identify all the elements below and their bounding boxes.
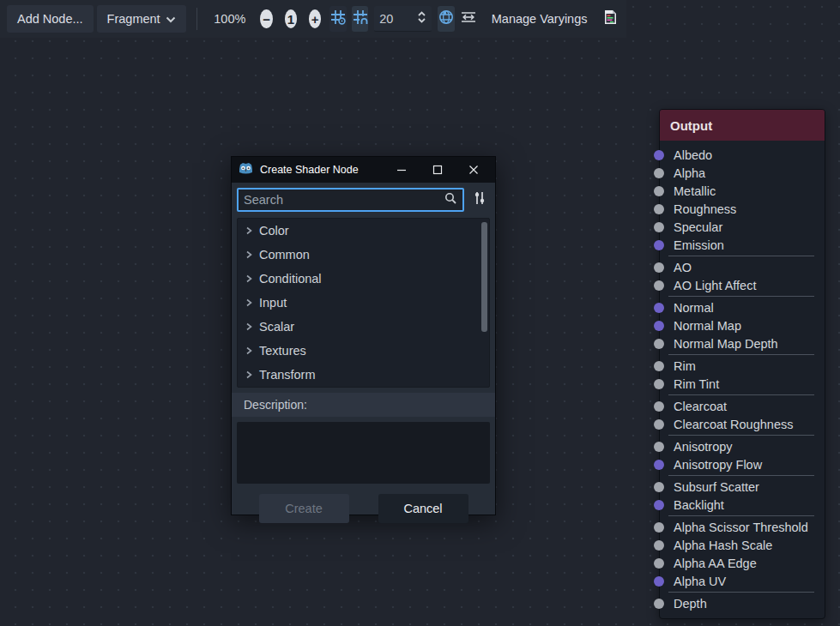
- shader-stage-label: Fragment: [107, 12, 160, 26]
- scrollbar-thumb[interactable]: [481, 222, 487, 332]
- port-row-specular: Specular: [660, 218, 825, 236]
- add-node-button[interactable]: Add Node...: [7, 5, 94, 33]
- tree-item-conditional[interactable]: Conditional: [238, 267, 489, 291]
- snap-distance-spinbox[interactable]: [374, 6, 432, 32]
- port-socket-icon[interactable]: [654, 262, 664, 273]
- search-icon: [444, 192, 457, 208]
- tree-item-common[interactable]: Common: [238, 243, 489, 267]
- port-socket-icon[interactable]: [654, 321, 664, 331]
- expand-arrow-icon[interactable]: [245, 298, 253, 307]
- output-node-header[interactable]: Output: [660, 110, 825, 141]
- node-title: Output: [670, 118, 712, 133]
- category-label: Transform: [259, 368, 316, 382]
- tree-item-transform[interactable]: Transform: [238, 363, 489, 387]
- port-socket-icon[interactable]: [654, 522, 664, 533]
- shader-file-icon: [602, 9, 618, 28]
- port-group-separator: [668, 354, 814, 355]
- port-row-alpha-uv: Alpha UV: [660, 572, 825, 590]
- expand-arrow-icon[interactable]: [245, 226, 253, 235]
- port-socket-icon[interactable]: [654, 482, 664, 492]
- port-row-subsurf-scatter: Subsurf Scatter: [660, 478, 825, 496]
- port-socket-icon[interactable]: [654, 500, 664, 510]
- port-label: Emission: [674, 238, 724, 252]
- port-group-separator: [668, 515, 814, 516]
- port-socket-icon[interactable]: [654, 442, 664, 452]
- maximize-button[interactable]: [423, 160, 452, 180]
- tree-scrollbar[interactable]: [481, 220, 487, 385]
- port-group-separator: [668, 394, 814, 395]
- shader-code-button[interactable]: [602, 6, 619, 32]
- port-label: Alpha AA Edge: [674, 557, 757, 570]
- preview-shader-button[interactable]: [438, 6, 454, 32]
- port-socket-icon[interactable]: [654, 222, 664, 232]
- minus-icon: −: [263, 13, 270, 26]
- manage-varyings-button[interactable]: Manage Varyings: [481, 5, 598, 33]
- port-label: Anisotropy Flow: [674, 458, 762, 472]
- port-row-normal-map: Normal Map: [660, 316, 825, 334]
- tune-sliders-icon: [473, 190, 486, 209]
- port-group-separator: [668, 435, 814, 436]
- port-socket-icon[interactable]: [654, 558, 664, 569]
- expand-arrow-icon[interactable]: [245, 370, 253, 379]
- port-socket-icon[interactable]: [654, 204, 664, 214]
- spinner-updown-icon[interactable]: [417, 10, 426, 27]
- port-socket-icon[interactable]: [654, 339, 664, 349]
- port-socket-icon[interactable]: [654, 168, 664, 178]
- dialog-body: ColorCommonConditionalInputScalarTexture…: [232, 183, 495, 532]
- port-socket-icon[interactable]: [654, 460, 664, 470]
- port-label: Roughness: [674, 202, 736, 216]
- port-group-separator: [668, 475, 814, 476]
- dialog-titlebar[interactable]: Create Shader Node: [232, 157, 495, 183]
- port-row-anisotropy: Anisotropy: [660, 437, 825, 455]
- port-row-depth: Depth: [660, 594, 825, 612]
- shader-stage-dropdown[interactable]: Fragment: [97, 5, 186, 33]
- varying-options-button[interactable]: [460, 6, 477, 32]
- node-category-tree[interactable]: ColorCommonConditionalInputScalarTexture…: [237, 218, 490, 388]
- port-socket-icon[interactable]: [654, 280, 664, 291]
- expand-arrow-icon[interactable]: [245, 274, 253, 283]
- tree-item-input[interactable]: Input: [238, 291, 489, 315]
- port-socket-icon[interactable]: [654, 540, 664, 551]
- port-label: Alpha UV: [674, 575, 726, 588]
- port-group-separator: [668, 592, 814, 593]
- port-socket-icon[interactable]: [654, 361, 664, 371]
- snap-toggle-button[interactable]: [352, 6, 368, 32]
- port-socket-icon[interactable]: [654, 186, 664, 196]
- search-input[interactable]: [244, 193, 444, 207]
- port-label: Backlight: [674, 498, 724, 512]
- tree-item-textures[interactable]: Textures: [238, 339, 489, 363]
- port-socket-icon[interactable]: [654, 240, 664, 250]
- tree-item-color[interactable]: Color: [238, 219, 489, 243]
- port-row-rim-tint: Rim Tint: [660, 375, 825, 393]
- filter-options-button[interactable]: [469, 189, 490, 211]
- output-node[interactable]: Output AlbedoAlphaMetallicRoughnessSpecu…: [659, 109, 825, 619]
- expand-arrow-icon[interactable]: [245, 250, 253, 259]
- port-socket-icon[interactable]: [654, 401, 664, 412]
- close-button[interactable]: [459, 160, 488, 180]
- cancel-button[interactable]: Cancel: [378, 494, 468, 523]
- search-box[interactable]: [237, 188, 464, 212]
- expand-arrow-icon[interactable]: [245, 346, 253, 355]
- port-row-ao-light-affect: AO Light Affect: [660, 276, 825, 294]
- port-label: Alpha Hash Scale: [674, 539, 772, 552]
- port-socket-icon[interactable]: [654, 303, 664, 313]
- zoom-reset-button[interactable]: 1: [285, 9, 297, 28]
- port-label: Alpha Scissor Threshold: [674, 521, 808, 534]
- port-socket-icon[interactable]: [654, 419, 664, 430]
- zoom-out-button[interactable]: −: [260, 9, 272, 28]
- port-row-alpha: Alpha: [660, 164, 825, 182]
- port-label: Normal Map Depth: [674, 337, 778, 351]
- port-socket-icon[interactable]: [654, 150, 664, 160]
- snap-distance-input[interactable]: [379, 12, 417, 26]
- port-socket-icon[interactable]: [654, 379, 664, 389]
- output-node-ports: AlbedoAlphaMetallicRoughnessSpecularEmis…: [660, 141, 825, 618]
- port-socket-icon[interactable]: [654, 576, 664, 587]
- zoom-in-button[interactable]: +: [309, 9, 321, 28]
- minimize-button[interactable]: [387, 160, 416, 180]
- port-row-backlight: Backlight: [660, 496, 825, 514]
- port-socket-icon[interactable]: [654, 599, 664, 609]
- create-button[interactable]: Create: [259, 494, 349, 523]
- expand-arrow-icon[interactable]: [245, 322, 253, 331]
- snap-settings-button[interactable]: [329, 6, 346, 32]
- tree-item-scalar[interactable]: Scalar: [238, 315, 489, 339]
